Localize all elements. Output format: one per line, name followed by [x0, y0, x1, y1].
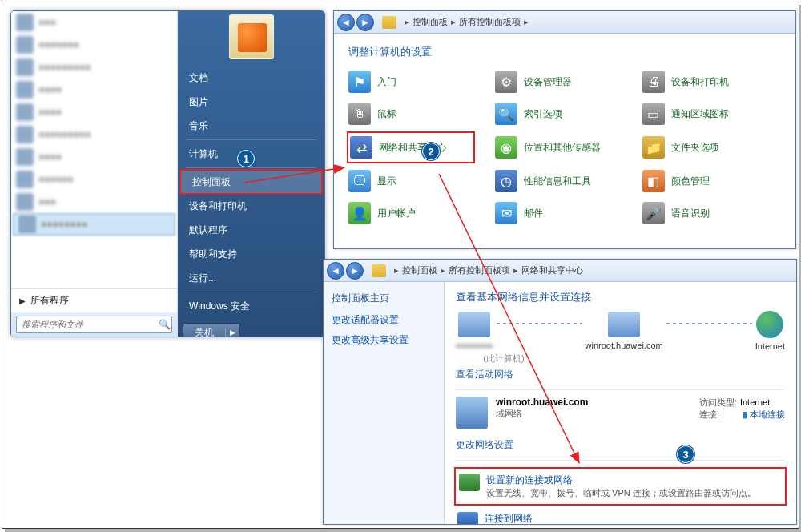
- nav-back-button[interactable]: ◄: [327, 262, 344, 280]
- side-title[interactable]: 控制面板主页: [332, 292, 436, 305]
- divider: [456, 389, 785, 390]
- recent-item[interactable]: ■■■■■■■: [11, 34, 177, 56]
- recent-item[interactable]: ■■■■: [11, 79, 177, 101]
- menu-item-default-programs[interactable]: 默认程序: [178, 218, 324, 242]
- breadcrumb-segment[interactable]: 网络和共享中心: [521, 264, 583, 276]
- side-link-adapter[interactable]: 更改适配器设置: [332, 313, 436, 327]
- cp-item-speech[interactable]: 🎤语音识别: [642, 202, 781, 224]
- task-setup-connection[interactable]: 设置新的连接或网络 设置无线、宽带、拨号、临时或 VPN 连接；或设置路由器或访…: [454, 467, 787, 506]
- menu-item-help[interactable]: 帮助和支持: [178, 242, 324, 266]
- domain-network-icon: [456, 397, 488, 429]
- monitor-icon: 🖵: [348, 170, 371, 192]
- mouse-icon: 🖱: [348, 103, 371, 125]
- cp-item-performance[interactable]: ◷性能信息和工具: [495, 170, 634, 192]
- connection-line: [666, 323, 752, 324]
- menu-item-documents[interactable]: 文档: [178, 66, 324, 90]
- search-box[interactable]: 🔍: [16, 316, 172, 333]
- recent-item[interactable]: ■■■■■■■■■: [11, 123, 177, 146]
- menu-item-windows-security[interactable]: Windows 安全: [178, 294, 324, 318]
- chevron-right-icon: ▸: [524, 17, 529, 27]
- connection-label: 连接:: [699, 409, 738, 421]
- chip-icon: ⚙: [495, 71, 517, 93]
- color-icon: ◧: [642, 170, 665, 192]
- cp-item-mail[interactable]: ✉邮件: [495, 202, 634, 224]
- folder-icon: 📁: [642, 136, 665, 159]
- network-icon: ⇄: [350, 136, 372, 159]
- chevron-right-icon: ▸: [513, 265, 518, 276]
- recent-item[interactable]: ■■■: [11, 191, 177, 213]
- menu-item-run[interactable]: 运行...: [178, 266, 324, 290]
- node-this-pc[interactable]: ■■■■■■■: [456, 312, 493, 350]
- menu-divider: [186, 292, 316, 292]
- chevron-right-icon: ▸: [405, 17, 409, 27]
- cp-item-user-accounts[interactable]: 👤用户帐户: [348, 202, 487, 224]
- cp-item-color-mgmt[interactable]: ◧颜色管理: [642, 170, 781, 192]
- cp-item-network-sharing[interactable]: ⇄网络和共享中心: [347, 131, 475, 163]
- active-network-type: 域网络: [496, 408, 699, 420]
- control-panel-window: ◄ ► ▸ 控制面板 ▸ 所有控制面板项 ▸ 调整计算机的设置 ⚑入门 ⚙设备管…: [333, 10, 796, 249]
- breadcrumb-segment[interactable]: 所有控制面板项: [449, 264, 510, 276]
- cp-item-devices-printers[interactable]: 🖨设备和打印机: [642, 71, 781, 93]
- breadcrumb-segment[interactable]: 控制面板: [402, 264, 437, 276]
- menu-divider: [186, 167, 316, 168]
- folder-icon: [372, 264, 386, 277]
- cp-item-display[interactable]: 🖵显示: [348, 170, 487, 192]
- nav-forward-button[interactable]: ►: [346, 262, 364, 280]
- menu-item-pictures[interactable]: 图片: [178, 90, 324, 114]
- nav-back-button[interactable]: ◄: [337, 14, 355, 31]
- shutdown-dropdown-icon[interactable]: ▶: [225, 328, 239, 337]
- recent-item-selected[interactable]: ■■■■■■■■: [13, 213, 175, 236]
- recent-item[interactable]: ■■■: [11, 11, 177, 34]
- section-heading-change: 更改网络设置: [456, 438, 785, 452]
- address-bar: ◄ ► ▸ 控制面板 ▸ 所有控制面板项 ▸: [334, 11, 795, 34]
- task-title: 连接到网络: [485, 512, 710, 524]
- network-map: ■■■■■■■ winroot.huawei.com Internet: [456, 311, 785, 351]
- divider: [456, 460, 785, 461]
- node-internet[interactable]: Internet: [755, 311, 785, 351]
- connection-link[interactable]: 本地连接: [750, 409, 785, 419]
- arrow-right-icon: ▶: [19, 296, 26, 305]
- active-network-block: winroot.huawei.com 域网络 访问类型: Internet 连接…: [456, 397, 785, 429]
- tray-icon: ▭: [642, 103, 665, 125]
- location-icon: ◉: [495, 136, 517, 159]
- chevron-right-icon: ▸: [394, 265, 399, 276]
- cp-item-device-manager[interactable]: ⚙设备管理器: [495, 71, 634, 93]
- menu-divider: [186, 139, 316, 140]
- start-menu-left-pane: ■■■ ■■■■■■■ ■■■■■■■■■ ■■■■ ■■■■ ■■■■■■■■…: [11, 11, 178, 337]
- computer-icon: [458, 312, 490, 337]
- cp-item-notification-area[interactable]: ▭通知区域图标: [642, 103, 781, 125]
- gauge-icon: ◷: [495, 170, 517, 192]
- menu-item-control-panel[interactable]: 控制面板: [179, 169, 323, 195]
- task-title: 设置新的连接或网络: [486, 474, 756, 487]
- start-menu-right-pane: 文档 图片 音乐 计算机 控制面板 设备和打印机 默认程序 帮助和支持 运行..…: [178, 11, 324, 337]
- cp-item-mouse[interactable]: 🖱鼠标: [348, 103, 487, 125]
- node-domain[interactable]: winroot.huawei.com: [586, 312, 663, 350]
- search-icon[interactable]: 🔍: [157, 319, 171, 330]
- mic-icon: 🎤: [642, 202, 665, 224]
- shutdown-button[interactable]: 关机 ▶: [183, 323, 240, 337]
- page-title: 查看基本网络信息并设置连接: [456, 290, 785, 304]
- cp-item-getting-started[interactable]: ⚑入门: [348, 71, 487, 93]
- task-desc: 设置无线、宽带、拨号、临时或 VPN 连接；或设置路由器或访问点。: [486, 487, 756, 499]
- side-link-sharing[interactable]: 更改高级共享设置: [332, 333, 436, 347]
- task-connect-network[interactable]: 连接到网络 连接到或重新连接到无线、有线、拨号或 VPN 网络连接。: [456, 509, 785, 524]
- step-badge-2: 2: [422, 143, 440, 160]
- cp-item-indexing[interactable]: 🔍索引选项: [495, 103, 634, 125]
- menu-item-devices-printers[interactable]: 设备和打印机: [178, 194, 324, 218]
- recent-item[interactable]: ■■■■■■: [11, 168, 177, 191]
- menu-item-music[interactable]: 音乐: [178, 114, 324, 138]
- search-input[interactable]: [17, 320, 157, 329]
- recent-item[interactable]: ■■■■: [11, 101, 177, 123]
- user-picture[interactable]: [229, 14, 274, 59]
- page-title: 调整计算机的设置: [348, 45, 781, 59]
- flag-icon: ⚑: [348, 71, 371, 93]
- cp-item-location-sensors[interactable]: ◉位置和其他传感器: [495, 135, 634, 160]
- breadcrumb-segment[interactable]: 所有控制面板项: [459, 16, 521, 28]
- cp-item-folder-options[interactable]: 📁文件夹选项: [642, 135, 781, 160]
- breadcrumb-segment[interactable]: 控制面板: [413, 16, 448, 28]
- recent-item[interactable]: ■■■■: [11, 146, 177, 168]
- nav-forward-button[interactable]: ►: [356, 14, 374, 31]
- access-type-value: Internet: [740, 397, 770, 407]
- recent-item[interactable]: ■■■■■■■■■: [11, 56, 177, 79]
- all-programs-button[interactable]: ▶ 所有程序: [11, 288, 177, 312]
